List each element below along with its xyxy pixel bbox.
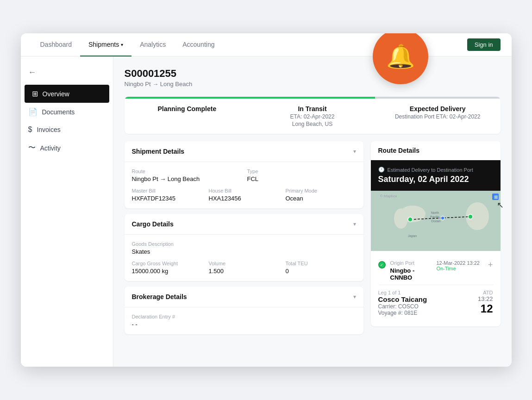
left-column: Shipment Details ▾ Route Ningbo Pt → Lon… [125, 141, 363, 334]
eta-label: 🕐 Estimated Delivery to Destination Port [378, 167, 493, 173]
status-stages: Planning Complete In Transit ETA: 02-Apr… [125, 99, 501, 134]
stage-delivery: Expected Delivery Destination Port ETA: … [375, 99, 501, 134]
declaration-field: Declaration Entry # - - [132, 314, 356, 328]
main-layout: ← ⊞ Overview 📄 Documents $ Invoices 〜 Ac… [21, 56, 512, 367]
back-button[interactable]: ← [21, 64, 113, 81]
shipment-route: Ningbo Pt → Long Beach [125, 81, 501, 88]
shipment-id: S00001255 [125, 68, 501, 80]
origin-dot: ✓ [378, 261, 386, 269]
nav-shipments[interactable]: Shipments ▾ [80, 34, 131, 56]
sidebar-item-documents[interactable]: 📄 Documents [21, 103, 113, 121]
leg-info: Leg 1 of 1 Cosco Taicang Carrier: COSCO … [378, 290, 427, 316]
cargo-details-card: Cargo Details ▾ Goods Description Skates… [125, 214, 363, 281]
shipment-header: S00001255 Ningbo Pt → Long Beach [125, 68, 501, 88]
activity-icon: 〜 [28, 143, 36, 153]
add-button[interactable]: + [488, 260, 493, 270]
type-field: Type FCL [247, 169, 356, 182]
bell-icon: 🔔 [386, 43, 415, 70]
stage-planning: Planning Complete [125, 99, 250, 134]
cursor: ↖ [497, 200, 502, 208]
brokerage-details-card: Brokerage Details ▾ Declaration Entry # … [125, 287, 363, 334]
brokerage-details-header[interactable]: Brokerage Details ▾ [125, 287, 363, 307]
sidebar-item-overview[interactable]: ⊞ Overview [25, 85, 109, 103]
svg-text:North: North [431, 211, 439, 214]
gross-weight-field: Cargo Gross Weight 15000.000 kg [132, 261, 202, 275]
origin-port-item: ✓ Origin Port Ningbo - CNNBO 12-Mar-2022… [378, 256, 493, 285]
map-area: © Mapbox Japan North Pacific Ocean ⊠ [371, 191, 501, 251]
cargo-details-header[interactable]: Cargo Details ▾ [125, 214, 363, 235]
svg-point-7 [441, 216, 444, 220]
leg-atd: ATD 13:22 12 [478, 290, 493, 315]
route-eta-box: 🕐 Estimated Delivery to Destination Port… [371, 160, 501, 191]
status-bar: Planning Complete In Transit ETA: 02-Apr… [125, 97, 501, 134]
route-details-card: Route Details 🕐 Estimated Delivery to De… [371, 141, 501, 326]
nav-dashboard[interactable]: Dashboard [32, 34, 81, 56]
two-col-layout: Shipment Details ▾ Route Ningbo Pt → Lon… [125, 141, 501, 334]
shipment-details-body: Route Ningbo Pt → Long Beach Type FCL [125, 162, 363, 208]
shipment-details-card: Shipment Details ▾ Route Ningbo Pt → Lon… [125, 141, 363, 208]
stage-transit: In Transit ETA: 02-Apr-2022 Long Beach, … [250, 99, 375, 134]
svg-point-6 [468, 214, 473, 219]
volume-field: Volume 1.500 [209, 261, 279, 275]
chevron-down-icon: ▾ [121, 42, 123, 47]
app-window: 🔔 ↖ Dashboard Shipments ▾ Analytics Acco… [21, 33, 512, 367]
goods-desc-field: Goods Description Skates [132, 241, 356, 255]
sidebar: ← ⊞ Overview 📄 Documents $ Invoices 〜 Ac… [21, 56, 113, 367]
route-details-header: Route Details [371, 141, 501, 160]
primary-mode-field: Primary Mode Ocean [286, 188, 356, 202]
cargo-metrics: Cargo Gross Weight 15000.000 kg Volume 1… [132, 261, 356, 275]
dollar-icon: $ [28, 125, 32, 134]
svg-point-2 [394, 208, 408, 229]
svg-text:Japan: Japan [408, 234, 417, 238]
cargo-details-body: Goods Description Skates Cargo Gross Wei… [125, 235, 363, 281]
content-area: S00001255 Ningbo Pt → Long Beach Plannin… [113, 56, 512, 367]
shipment-details-header[interactable]: Shipment Details ▾ [125, 141, 363, 162]
clock-icon: 🕐 [378, 167, 385, 173]
svg-point-5 [408, 217, 413, 222]
top-nav: Dashboard Shipments ▾ Analytics Accounti… [21, 33, 512, 56]
grid-icon: ⊞ [32, 89, 38, 98]
total-teu-field: Total TEU 0 [286, 261, 356, 275]
brokerage-details-body: Declaration Entry # - - [125, 307, 363, 334]
origin-content: Origin Port Ningbo - CNNBO [390, 260, 432, 281]
document-icon: 📄 [28, 107, 38, 116]
back-arrow-icon: ← [28, 68, 37, 77]
chevron-down-icon: ▾ [353, 221, 356, 227]
svg-text:⊠: ⊠ [494, 194, 498, 200]
nav-analytics[interactable]: Analytics [131, 34, 174, 56]
svg-text:Pacific: Pacific [430, 215, 440, 219]
svg-text:© Mapbox: © Mapbox [380, 194, 397, 198]
nav-accounting[interactable]: Accounting [174, 34, 223, 56]
sidebar-item-activity[interactable]: 〜 Activity [21, 138, 113, 157]
sign-in-button[interactable]: Sign in [467, 38, 501, 51]
sidebar-item-invoices[interactable]: $ Invoices [21, 121, 113, 138]
right-column: Route Details 🕐 Estimated Delivery to De… [371, 141, 501, 334]
bill-fields: Master Bill HXFATDF12345 House Bill HXA1… [132, 188, 356, 202]
origin-date-status: 12-Mar-2022 13:22 On-Time [436, 260, 480, 271]
chevron-down-icon: ▾ [353, 148, 356, 155]
route-timeline: ✓ Origin Port Ningbo - CNNBO 12-Mar-2022… [371, 251, 501, 326]
chevron-down-icon: ▾ [353, 294, 356, 300]
master-bill-field: Master Bill HXFATDF12345 [132, 188, 202, 202]
eta-date: Saturday, 02 April 2022 [378, 175, 493, 184]
svg-text:Ocean: Ocean [431, 219, 441, 223]
route-field: Route Ningbo Pt → Long Beach [132, 169, 241, 182]
leg-header: Leg 1 of 1 Cosco Taicang Carrier: COSCO … [378, 290, 493, 316]
leg-item: Leg 1 of 1 Cosco Taicang Carrier: COSCO … [378, 285, 493, 321]
house-bill-field: House Bill HXA123456 [209, 188, 279, 202]
